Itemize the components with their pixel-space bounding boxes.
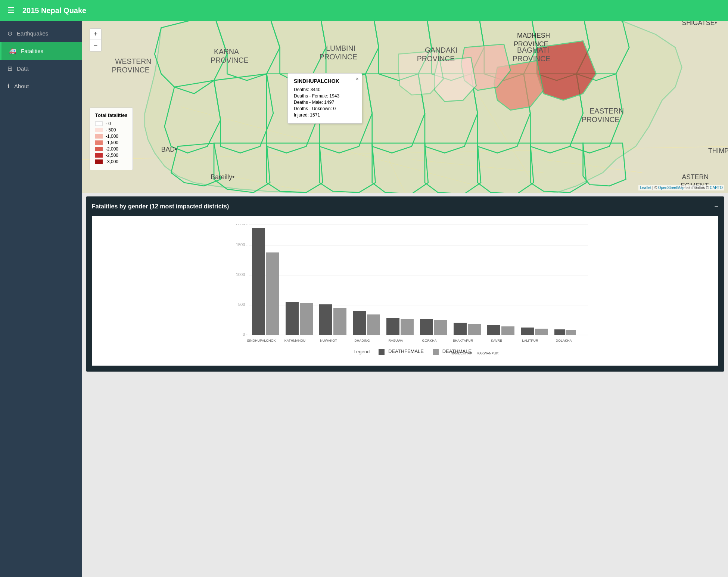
legend-item-500: - 500 [95, 127, 127, 133]
legend-color-3000 [95, 159, 103, 164]
svg-text:WESTERN: WESTERN [115, 57, 151, 65]
zoom-controls: + − [90, 28, 102, 52]
bar-kathmandu-female [286, 302, 299, 335]
legend-color-500 [95, 128, 103, 132]
app-header: ☰ 2015 Nepal Quake [0, 0, 728, 21]
bar-dolakha-female [554, 329, 565, 335]
legend-label-text: Legend [354, 349, 370, 354]
tooltip-deaths-unknown: Deaths - Unknown: 0 [294, 106, 356, 111]
earthquakes-icon: ⊙ [7, 30, 12, 37]
legend-item-1500: -1,500 [95, 140, 127, 145]
svg-text:PROVINCE: PROVINCE [582, 115, 619, 124]
legend-label-500: - 500 [106, 127, 116, 133]
svg-text:NUWAKOT: NUWAKOT [320, 339, 337, 342]
svg-text:GORKHA: GORKHA [422, 339, 436, 342]
chart-minimize-button[interactable]: − [714, 202, 718, 210]
svg-text:2000 -: 2000 - [236, 224, 248, 226]
bar-sindhupalchok-female [252, 228, 265, 335]
bar-lalitpur-female [521, 328, 534, 335]
map-tooltip: × SINDHUPALCHOK Deaths: 3440 Deaths - Fe… [287, 73, 362, 124]
svg-text:PROVINCE: PROVINCE [513, 55, 550, 63]
svg-text:1500 -: 1500 - [236, 242, 248, 247]
app-title: 2015 Nepal Quake [22, 6, 86, 15]
legend-label-0: - 0 [106, 121, 111, 126]
sidebar-item-fatalities[interactable]: 🚑 Fatalities [0, 42, 82, 60]
bar-kathmandu-male [300, 303, 313, 335]
sidebar-label-about: About [14, 83, 29, 89]
bar-dolakha-male [566, 330, 576, 335]
svg-text:BAD•: BAD• [161, 146, 177, 153]
fatalities-icon: 🚑 [9, 47, 16, 55]
legend-color-2500 [95, 153, 103, 158]
sidebar-item-about[interactable]: ℹ About [0, 77, 82, 95]
chart-header: Fatalities by gender (12 most impacted d… [92, 202, 718, 210]
svg-text:THIMPHU•: THIMPHU• [708, 147, 728, 155]
bar-nuwakot-female [319, 304, 332, 335]
map-svg: WESTERN PROVINCE KARNA PROVINCE LUMBINI … [82, 21, 728, 193]
bar-gorkha-female [420, 319, 433, 335]
sidebar-label-data: Data [17, 65, 29, 72]
legend-label-1000: -1,000 [106, 134, 118, 139]
hamburger-icon[interactable]: ☰ [7, 6, 15, 15]
svg-text:PROVINCE: PROVINCE [417, 55, 455, 63]
svg-text:PROVINCE: PROVINCE [211, 56, 248, 64]
legend-label-1500: -1,500 [106, 140, 118, 145]
legend-item-0: - 0 [95, 121, 127, 126]
legend-swatch-female [379, 349, 385, 355]
zoom-in-button[interactable]: + [90, 29, 101, 40]
svg-text:ASTERN: ASTERN [682, 173, 709, 181]
svg-text:Bareilly•: Bareilly• [211, 173, 234, 181]
svg-text:PROVINCE: PROVINCE [514, 40, 548, 48]
legend-color-1000 [95, 134, 103, 139]
svg-text:GANDAKI: GANDAKI [425, 46, 457, 54]
bar-kavre-male [501, 326, 514, 335]
svg-text:DOLAKHA: DOLAKHA [556, 339, 572, 342]
svg-text:DHADING: DHADING [354, 339, 370, 342]
tooltip-close-button[interactable]: × [356, 76, 359, 82]
bar-dhading-male [367, 314, 380, 335]
legend-label-2500: -2,500 [106, 153, 118, 158]
sidebar-label-earthquakes: Earthquakes [17, 30, 48, 37]
osm-link[interactable]: OpenStreetMap [658, 186, 685, 190]
bar-rasuwa-male [401, 319, 414, 335]
tooltip-deaths-male: Deaths - Male: 1497 [294, 100, 356, 105]
bar-chart-svg: 0 - 500 - 1000 - 1500 - 2000 - [111, 224, 715, 343]
legend-label-3000: -3,000 [106, 159, 118, 164]
chart-title: Fatalities by gender (12 most impacted d… [92, 203, 229, 210]
sidebar-label-fatalities: Fatalities [21, 48, 43, 54]
svg-text:KARNA: KARNA [214, 47, 239, 56]
map-legend: Total fatalities - 0 - 500 -1,000 -1,500 [90, 108, 133, 170]
svg-text:MADHESH: MADHESH [517, 32, 550, 39]
legend-female-label: DEATHFEMALE [388, 348, 424, 354]
legend-title: Total fatalities [95, 112, 127, 118]
legend-color-1500 [95, 140, 103, 145]
zoom-out-button[interactable]: − [90, 40, 101, 51]
map-attribution: Leaflet | © OpenStreetMap contributors ©… [638, 185, 724, 190]
carto-link[interactable]: CARTO [710, 186, 723, 190]
tooltip-deaths-female: Deaths - Female: 1943 [294, 93, 356, 99]
sidebar-item-earthquakes[interactable]: ⊙ Earthquakes [0, 25, 82, 42]
legend-swatch-male [433, 349, 439, 355]
svg-text:SHIGATSE•: SHIGATSE• [682, 21, 717, 27]
bar-dhading-female [353, 311, 366, 335]
map-container[interactable]: WESTERN PROVINCE KARNA PROVINCE LUMBINI … [82, 21, 728, 193]
sidebar-item-data[interactable]: ⊞ Data [0, 60, 82, 77]
svg-text:500 -: 500 - [238, 302, 248, 307]
bar-nuwakot-male [333, 308, 346, 335]
tooltip-title: SINDHUPALCHOK [294, 78, 356, 84]
about-icon: ℹ [7, 83, 10, 90]
svg-text:RASUWA: RASUWA [388, 339, 403, 342]
leaflet-link[interactable]: Leaflet [640, 186, 651, 190]
legend-item-2500: -2,500 [95, 153, 127, 158]
svg-text:LUMBINI: LUMBINI [326, 44, 355, 52]
bar-chart-wrapper: 0 - 500 - 1000 - 1500 - 2000 - [92, 216, 718, 366]
svg-text:PROVINCE: PROVINCE [112, 66, 149, 74]
chart-legend: Legend DEATHFEMALE DEATHMALE [111, 348, 715, 355]
bar-lalitpur-male [535, 329, 548, 335]
svg-text:KAVRE: KAVRE [491, 339, 502, 342]
sidebar: ⊙ Earthquakes 🚑 Fatalities ⊞ Data ℹ Abou… [0, 21, 82, 577]
tooltip-deaths: Deaths: 3440 [294, 87, 356, 92]
svg-text:KATHMANDU: KATHMANDU [284, 339, 305, 342]
legend-item-1000: -1,000 [95, 134, 127, 139]
legend-item-2000: -2,000 [95, 146, 127, 152]
